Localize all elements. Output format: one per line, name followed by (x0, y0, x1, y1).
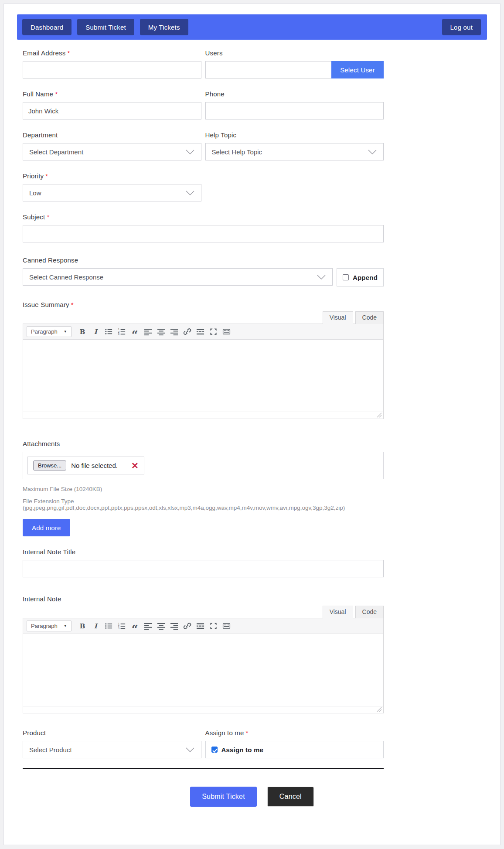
help-topic-field-group: Help Topic Select Help Topic (205, 131, 384, 160)
bold-icon[interactable]: B (77, 621, 89, 631)
editor-statusbar (23, 412, 383, 419)
paragraph-dropdown[interactable]: Paragraph ▼ (27, 326, 72, 337)
form-divider (23, 768, 384, 769)
email-input[interactable] (23, 61, 201, 78)
issue-summary-field-group: Issue Summary* Visual Code Paragraph ▼ B… (23, 301, 384, 419)
priority-select[interactable]: Low (23, 184, 201, 201)
link-icon[interactable] (181, 327, 193, 337)
help-topic-selected-value: Select Help Topic (212, 148, 262, 156)
canned-response-select[interactable]: Select Canned Response (23, 268, 333, 286)
assign-to-me-label: Assign to me* (205, 729, 384, 736)
align-left-icon[interactable] (142, 621, 154, 631)
blockquote-icon[interactable]: “ (129, 621, 141, 631)
full-name-label: Full Name* (23, 90, 201, 98)
fullscreen-icon[interactable] (208, 327, 219, 337)
logout-button[interactable]: Log out (442, 19, 481, 35)
internal-note-title-label: Internal Note Title (23, 548, 384, 556)
italic-icon[interactable]: I (90, 621, 102, 631)
attachments-field-group: Attachments Browse... No file selected. … (23, 440, 384, 536)
align-left-icon[interactable] (142, 327, 154, 337)
attachments-box: Browse... No file selected. ✕ (23, 452, 384, 479)
nav-submit-ticket-button[interactable]: Submit Ticket (77, 19, 134, 35)
required-asterisk: * (71, 301, 74, 308)
help-topic-select[interactable]: Select Help Topic (205, 143, 384, 160)
bulleted-list-icon[interactable] (103, 327, 115, 337)
subject-field-group: Subject* (23, 213, 384, 242)
chevron-down-icon (185, 190, 195, 196)
cancel-button[interactable]: Cancel (267, 787, 314, 807)
priority-field-group: Priority* Low (23, 172, 201, 201)
internal-note-title-input[interactable] (23, 560, 384, 577)
internal-note-content-area[interactable] (23, 634, 383, 706)
required-asterisk: * (67, 49, 70, 57)
nav-dashboard-button[interactable]: Dashboard (22, 19, 72, 35)
editor-tab-visual[interactable]: Visual (323, 606, 353, 618)
editor-tab-code[interactable]: Code (355, 606, 384, 618)
users-input[interactable] (205, 61, 332, 78)
phone-input[interactable] (205, 102, 384, 119)
bulleted-list-icon[interactable] (103, 621, 115, 631)
product-select[interactable]: Select Product (23, 741, 201, 758)
department-select[interactable]: Select Department (23, 143, 201, 160)
append-checkbox-label: Append (353, 274, 378, 281)
browse-button[interactable]: Browse... (33, 460, 66, 471)
users-label: Users (205, 49, 384, 57)
internal-note-field-group: Internal Note Visual Code Paragraph ▼ BI… (23, 595, 384, 713)
full-name-input[interactable] (23, 102, 201, 119)
align-center-icon[interactable] (155, 327, 167, 337)
email-label: Email Address* (23, 49, 201, 57)
add-more-button[interactable]: Add more (23, 519, 70, 536)
blockquote-icon[interactable]: “ (129, 327, 141, 337)
select-user-button[interactable]: Select User (331, 61, 384, 78)
issue-summary-content-area[interactable] (23, 340, 383, 412)
subject-input[interactable] (23, 225, 384, 242)
form-actions: Submit Ticket Cancel (23, 787, 481, 807)
bold-icon[interactable]: B (77, 327, 89, 337)
department-label: Department (23, 131, 201, 139)
italic-icon[interactable]: I (90, 327, 102, 337)
numbered-list-icon[interactable]: 123 (116, 327, 128, 337)
numbered-list-icon[interactable]: 123 (116, 621, 128, 631)
internal-note-title-field-group: Internal Note Title (23, 548, 384, 577)
svg-text:3: 3 (118, 332, 119, 335)
link-icon[interactable] (181, 621, 193, 631)
email-field-group: Email Address* (23, 49, 201, 78)
align-center-icon[interactable] (155, 621, 167, 631)
phone-field-group: Phone (205, 90, 384, 119)
product-label: Product (23, 729, 201, 736)
append-checkbox[interactable] (343, 274, 349, 280)
dropdown-arrow-icon: ▼ (64, 330, 67, 334)
assign-to-me-field-group: Assign to me* Assign to me (205, 729, 384, 758)
required-asterisk: * (55, 90, 58, 98)
chevron-down-icon (317, 274, 326, 280)
append-checkbox-wrap[interactable]: Append (337, 268, 384, 286)
remove-file-icon[interactable]: ✕ (131, 461, 139, 470)
nav-my-tickets-button[interactable]: My Tickets (140, 19, 188, 35)
align-right-icon[interactable] (168, 327, 180, 337)
assign-to-me-checkbox-label: Assign to me (221, 746, 264, 754)
assign-to-me-checkbox-wrap[interactable]: Assign to me (205, 741, 384, 758)
issue-summary-editor: Visual Code Paragraph ▼ BI123“ (23, 311, 384, 419)
internal-note-label: Internal Note (23, 595, 384, 603)
toolbar-toggle-icon[interactable] (221, 327, 232, 337)
read-more-icon[interactable] (194, 621, 206, 631)
file-input-row: Browse... No file selected. ✕ (27, 457, 144, 474)
canned-response-selected-value: Select Canned Response (29, 273, 103, 281)
paragraph-dropdown[interactable]: Paragraph ▼ (27, 621, 72, 631)
read-more-icon[interactable] (194, 327, 206, 337)
top-navbar: Dashboard Submit Ticket My Tickets Log o… (17, 14, 487, 40)
resize-handle-icon[interactable] (377, 706, 382, 714)
fullscreen-icon[interactable] (208, 621, 219, 631)
editor-tab-code[interactable]: Code (355, 311, 384, 324)
chevron-down-icon (185, 747, 195, 753)
ticket-form: Email Address* Users Select User Full Na… (17, 49, 487, 807)
align-right-icon[interactable] (168, 621, 180, 631)
submit-ticket-button[interactable]: Submit Ticket (190, 787, 257, 807)
editor-tab-visual[interactable]: Visual (323, 311, 353, 324)
issue-summary-label: Issue Summary* (23, 301, 384, 308)
assign-to-me-checkbox[interactable] (211, 747, 218, 753)
toolbar-toggle-icon[interactable] (221, 621, 232, 631)
canned-response-field-group: Canned Response Select Canned Response A… (23, 256, 384, 286)
editor-toolbar: Paragraph ▼ BI123“ (23, 324, 383, 340)
resize-handle-icon[interactable] (377, 412, 382, 419)
